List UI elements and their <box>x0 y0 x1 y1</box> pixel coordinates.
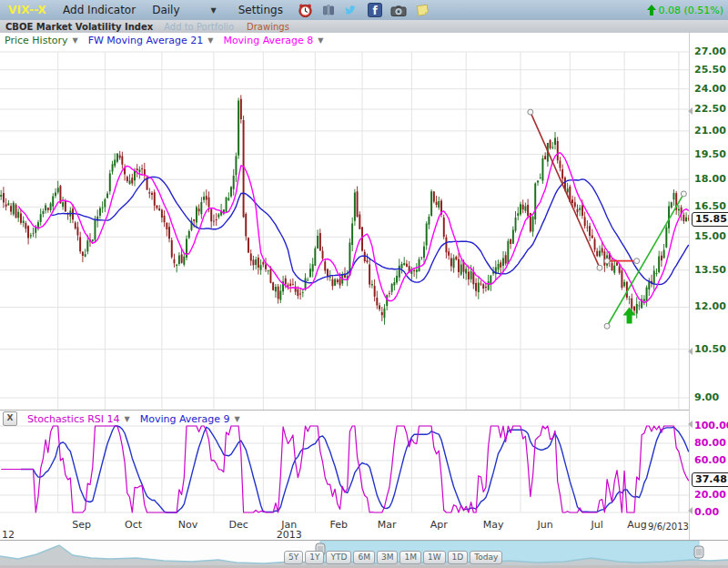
timeframe-dropdown[interactable]: Daily <box>152 4 179 16</box>
price-tick-label: 15.00 <box>694 230 726 242</box>
month-label: Oct <box>125 519 142 531</box>
month-label: Feb <box>329 519 347 531</box>
zoom-preset-ytd[interactable]: YTD <box>326 551 351 564</box>
grid-lines <box>0 426 689 512</box>
candle-wicks-up <box>1 97 686 324</box>
price-tick-label: 27.00 <box>694 46 726 57</box>
drawings-menu[interactable]: Drawings <box>247 22 289 32</box>
trendline-handle[interactable] <box>634 259 640 264</box>
chevron-down-icon[interactable]: ▼ <box>125 415 130 423</box>
zoom-preset-5y[interactable]: 5Y <box>284 551 303 564</box>
month-label: Nov <box>178 519 197 531</box>
trendline-handle[interactable] <box>528 109 533 115</box>
daily-change: 0.08 (0.51%) <box>647 5 723 16</box>
note-icon[interactable] <box>415 3 430 17</box>
oscillator-tick-label: 0.00 <box>694 506 719 518</box>
add-to-portfolio-button[interactable]: Add to Portfolio <box>164 22 234 32</box>
axis-marker-icon <box>684 348 693 355</box>
candle-wicks-down <box>4 95 689 321</box>
legend-ma21[interactable]: FW Moving Average 21 <box>88 35 204 46</box>
symbol-field[interactable]: VIX--X <box>8 4 46 16</box>
zoom-preset-buttons: 5Y1YYTD6M3M1M1W1DToday <box>284 551 502 564</box>
legend-ma8[interactable]: Moving Average 8 <box>223 35 313 46</box>
oscillator-tick-label: 100.00 <box>694 420 728 431</box>
current-oscillator-box: 37.48 <box>692 472 728 487</box>
trendline-handle[interactable] <box>604 323 610 329</box>
symbol-description: CBOE Market Volatility Index <box>5 22 153 32</box>
up-arrow-icon <box>647 5 656 15</box>
add-indicator-button[interactable]: Add Indicator <box>63 4 136 16</box>
last-date-label: 9/6/2013 <box>648 522 689 532</box>
price-panel-legend: Price History▼ FW Moving Average 21▼ Mov… <box>5 35 329 46</box>
axis-marker-icon <box>684 507 693 514</box>
price-tick-label: 25.50 <box>694 64 726 76</box>
stochrsi-line <box>1 426 689 512</box>
oscillator-tick-label: 80.00 <box>694 437 726 449</box>
range-navigator[interactable]: 5Y1YYTD6M3M1M1W1DToday <box>0 540 728 568</box>
close-indicator-button[interactable]: X <box>3 411 17 426</box>
timeframe-caret-icon[interactable]: ▼ <box>211 6 217 15</box>
price-tick-label: 10.50 <box>694 343 726 355</box>
zoom-preset-today[interactable]: Today <box>470 551 502 564</box>
zoom-preset-1w[interactable]: 1W <box>423 551 446 564</box>
svg-text:f: f <box>372 5 378 17</box>
trendline-handle[interactable] <box>604 259 610 264</box>
facebook-icon[interactable]: f <box>368 3 382 17</box>
month-label: May <box>483 519 504 531</box>
month-label: Sep <box>72 519 91 531</box>
trendline-handle[interactable] <box>597 265 602 270</box>
chevron-down-icon[interactable]: ▼ <box>72 36 77 45</box>
chevron-down-icon[interactable]: ▼ <box>235 415 240 423</box>
time-axis[interactable]: SepOctNovDecJan2013FebMarAprMayJunJulAug… <box>0 516 689 540</box>
zoom-preset-1y[interactable]: 1Y <box>305 551 324 564</box>
info-bar: CBOE Market Volatility Index Add to Port… <box>0 20 728 33</box>
price-tick-label: 18.00 <box>694 173 726 185</box>
month-label: Dec <box>228 519 248 531</box>
legend-price-history[interactable]: Price History <box>5 35 67 46</box>
price-tick-label: 22.50 <box>694 103 726 115</box>
candle-bodies-up <box>0 100 687 318</box>
legend-stochrsi[interactable]: Stochastics RSI 14 <box>27 413 120 425</box>
oscillator-tick-label: 20.00 <box>694 489 726 501</box>
price-tick-label: 19.50 <box>694 148 726 160</box>
ma8-line <box>18 153 689 303</box>
price-chart-canvas[interactable] <box>0 33 689 411</box>
axis-marker-icon <box>684 107 693 115</box>
month-label: Apr <box>430 519 448 531</box>
price-tick-label: 24.00 <box>694 83 726 95</box>
month-label: Aug <box>627 519 646 531</box>
settings-button[interactable]: Settings <box>238 4 283 16</box>
chevron-down-icon[interactable]: ▼ <box>318 36 323 45</box>
change-text: 0.08 (0.51%) <box>658 5 723 16</box>
legend-stoch-ma[interactable]: Moving Average 9 <box>140 413 230 425</box>
price-tick-label: 13.50 <box>694 264 726 276</box>
zoom-preset-1d[interactable]: 1D <box>448 551 469 564</box>
camera-icon[interactable] <box>390 4 407 17</box>
chevron-down-icon[interactable]: ▼ <box>207 36 213 45</box>
alert-clock-icon[interactable] <box>298 3 313 18</box>
trendline-drawing[interactable] <box>531 112 600 268</box>
oscillator-tick-label: 60.00 <box>694 454 726 466</box>
zoom-preset-6m[interactable]: 6M <box>353 551 375 564</box>
trendline-handle[interactable] <box>681 191 686 197</box>
price-axis[interactable]: 27.0025.5024.0022.5021.0019.5018.0016.50… <box>689 33 728 540</box>
price-tick-label: 16.50 <box>694 200 726 212</box>
indicator-panel-legend: X Stochastics RSI 14▼ Moving Average 9▼ <box>3 411 246 426</box>
axis-marker-icon <box>684 421 693 428</box>
month-label: Jun <box>538 519 553 531</box>
indicator-chart-canvas[interactable] <box>0 411 689 516</box>
twitter-icon[interactable] <box>344 3 359 17</box>
month-label: Jul <box>592 519 603 531</box>
price-tick-label: 21.00 <box>694 125 726 137</box>
zoom-preset-1m[interactable]: 1M <box>399 551 421 564</box>
price-tick-label: 9.00 <box>694 391 719 403</box>
price-tick-label: 12.00 <box>694 300 726 312</box>
charting-app-window: { "toolbar": { "symbol": "VIX--X", "add_… <box>0 0 728 568</box>
zoom-preset-3m[interactable]: 3M <box>377 551 399 564</box>
grid-lines <box>0 52 689 410</box>
database-icon[interactable] <box>321 3 336 17</box>
current-price-box: 15.85 <box>692 212 728 227</box>
top-toolbar: VIX--X Add Indicator Daily ▼ Settings f <box>0 0 728 20</box>
trendline-drawing[interactable] <box>607 194 683 326</box>
month-label: Mar <box>378 519 397 531</box>
